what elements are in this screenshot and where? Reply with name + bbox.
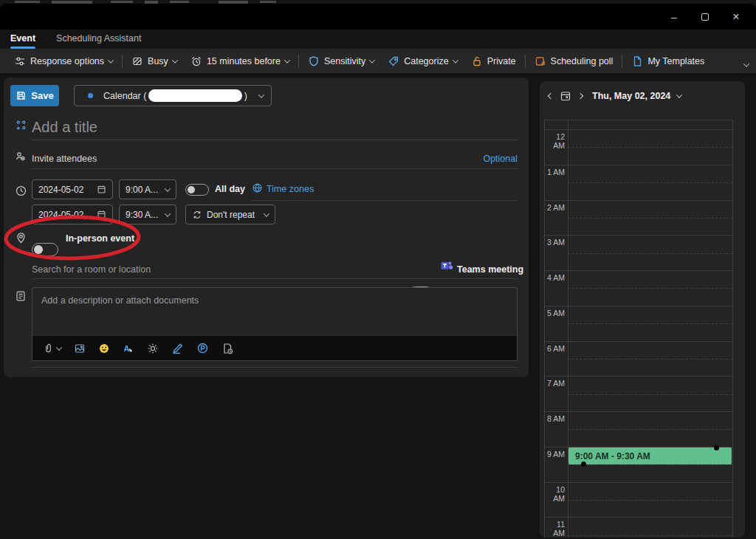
calendar-icon (97, 185, 106, 194)
hour-label: 11 AM (545, 520, 565, 538)
scheduling-poll-button[interactable]: Scheduling poll (528, 52, 620, 71)
ribbon-collapse-chevron[interactable] (743, 61, 749, 66)
separator (252, 200, 518, 201)
start-date-field[interactable]: 2024-05-02 (32, 179, 113, 199)
hour-row[interactable]: 1 AM (545, 165, 732, 201)
document-clock-icon[interactable] (221, 343, 233, 354)
chevron-down-icon (264, 210, 269, 216)
close-icon[interactable]: × (721, 4, 752, 30)
loop-icon[interactable] (196, 342, 209, 354)
hour-row[interactable]: 6 AM (545, 342, 732, 377)
redacted-calendar-name (148, 89, 241, 102)
minimize-icon[interactable]: – (659, 4, 690, 30)
chevron-down-icon (165, 210, 171, 216)
reminder-button[interactable]: 15 minutes before (184, 52, 296, 71)
hour-label: 3 AM (545, 238, 565, 247)
save-button[interactable]: Save (10, 85, 59, 106)
day-view-date[interactable]: Thu, May 02, 2024 (592, 91, 670, 101)
text-color-icon[interactable]: A (123, 343, 134, 354)
chevron-right-icon[interactable] (577, 93, 583, 99)
description-placeholder: Add a description or attach documents (41, 295, 199, 306)
tab-event[interactable]: Event (9, 30, 37, 49)
event-form-panel: Save Calendar ( ) Add a title Invite att… (4, 78, 529, 377)
in-person-event-toggle[interactable] (32, 243, 58, 256)
private-button[interactable]: Private (464, 52, 523, 71)
unlock-icon (471, 55, 483, 67)
highlighter-icon[interactable] (171, 342, 184, 354)
end-date-field[interactable]: 2024-05-02 (32, 205, 113, 224)
hour-label: 8 AM (545, 414, 565, 423)
calendar-icon (97, 210, 106, 219)
emoji-icon[interactable] (98, 343, 110, 354)
ribbon-divider (122, 55, 123, 68)
window-controls: – × (659, 4, 752, 30)
chevron-left-icon[interactable] (548, 93, 554, 99)
hour-row[interactable]: 10 AM (545, 483, 732, 518)
hour-label: 7 AM (545, 379, 565, 388)
event-title-icon (15, 120, 27, 132)
day-time-grid[interactable]: 12 AM1 AM2 AM3 AM4 AM5 AM6 AM7 AM8 AM9 A… (544, 120, 733, 538)
sliders-icon (14, 55, 26, 67)
day-view-panel: Thu, May 02, 2024 12 AM1 AM2 AM3 AM4 AM5… (540, 81, 745, 538)
tab-bar: Event Scheduling Assistant (0, 30, 756, 49)
people-icon (15, 151, 27, 162)
hour-label: 12 AM (545, 132, 565, 150)
hour-row[interactable]: 5 AM (545, 306, 732, 342)
repeat-dropdown[interactable]: Don't repeat (185, 205, 275, 224)
hour-row[interactable]: 12 AM (545, 130, 732, 165)
my-templates-button[interactable]: My Templates (625, 52, 711, 71)
svg-text:A: A (124, 343, 130, 352)
ribbon-divider (622, 55, 622, 68)
clock-icon (15, 185, 27, 197)
chevron-down-icon[interactable] (676, 92, 682, 97)
alarm-icon (190, 55, 202, 67)
busy-status-button[interactable]: Busy (125, 52, 184, 71)
teams-icon (440, 259, 453, 272)
invite-attendees-field[interactable]: Invite attendees (32, 154, 97, 164)
chevron-down-icon (56, 344, 62, 350)
end-time-dropdown[interactable]: 9:30 A... (119, 205, 176, 224)
title-input[interactable]: Add a title (32, 116, 518, 140)
calendar-color-dot (88, 93, 93, 98)
image-icon[interactable] (74, 343, 86, 354)
all-day-toggle[interactable] (185, 184, 209, 196)
sun-icon[interactable] (147, 343, 159, 354)
busy-icon (131, 55, 143, 67)
optional-attendees-link[interactable]: Optional (483, 154, 518, 164)
room-location-search-input[interactable]: Search for a room or location (32, 264, 151, 275)
attach-file-button[interactable] (43, 343, 61, 354)
notes-icon (15, 290, 27, 302)
chevron-down-icon (258, 92, 264, 97)
ribbon-divider (525, 55, 526, 68)
event-compose-window: – × Event Scheduling Assistant Response … (0, 0, 756, 539)
grid-header-strip (545, 120, 732, 130)
chevron-down-icon (369, 57, 375, 63)
titlebar[interactable]: – × (0, 4, 756, 30)
ribbon-divider (298, 55, 299, 68)
hour-row[interactable]: 2 AM (545, 201, 732, 236)
hour-row[interactable]: 4 AM (545, 271, 732, 306)
hour-row[interactable]: 11 AM (545, 518, 732, 538)
editor-toolbar: A (32, 336, 517, 360)
categorize-button[interactable]: Categorize (381, 52, 464, 71)
hour-rows: 12 AM1 AM2 AM3 AM4 AM5 AM6 AM7 AM8 AM9 A… (545, 130, 732, 538)
start-time-dropdown[interactable]: 9:00 A... (119, 179, 176, 199)
hour-row[interactable]: 7 AM (545, 377, 732, 412)
event-resize-handle-top[interactable] (714, 445, 719, 450)
response-options-button[interactable]: Response options (7, 52, 120, 71)
chevron-down-icon (172, 57, 178, 63)
event-resize-handle-bottom[interactable] (581, 461, 586, 467)
teams-meeting-label: Teams meeting (457, 264, 523, 275)
save-icon (16, 90, 27, 101)
calendar-selector-dropdown[interactable]: Calendar ( ) (74, 85, 272, 106)
sensitivity-button[interactable]: Sensitivity (301, 52, 381, 71)
chevron-down-icon (165, 185, 171, 191)
calendar-event-block[interactable]: 9:00 AM - 9:30 AM (568, 447, 732, 464)
hour-row[interactable]: 3 AM (545, 236, 732, 271)
tab-scheduling-assistant[interactable]: Scheduling Assistant (55, 30, 142, 49)
description-editor[interactable]: Add a description or attach documents A (32, 287, 518, 361)
calendar-icon[interactable] (560, 90, 571, 102)
maximize-icon[interactable] (690, 4, 721, 30)
hour-row[interactable]: 8 AM (545, 412, 732, 447)
time-zones-link[interactable]: Time zones (267, 184, 314, 194)
